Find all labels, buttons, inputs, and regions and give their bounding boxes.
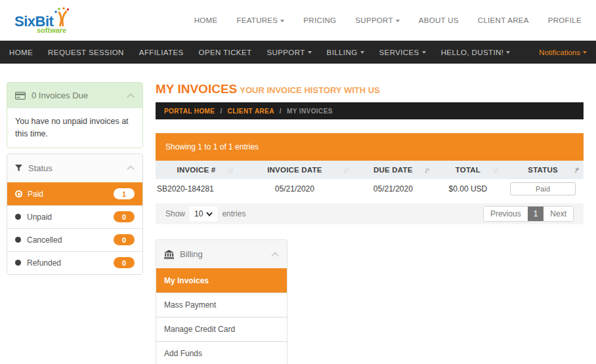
chevron-up-icon[interactable] [271, 252, 279, 257]
invoices-due-message: You have no unpaid invoices at this time… [7, 108, 142, 148]
caret-down-icon [506, 51, 510, 54]
page-size-select[interactable]: 10 [190, 207, 217, 221]
sort-icon[interactable]: ↓↑ [228, 166, 232, 174]
logo-figure-icon [54, 7, 70, 29]
top-nav-support[interactable]: SUPPORT [355, 16, 399, 24]
breadcrumb: PORTAL HOME / CLIENT AREA / MY INVOICES [156, 102, 584, 119]
status-filter-cancelled[interactable]: Cancelled 0 [7, 228, 142, 251]
dot-icon [15, 260, 21, 266]
top-nav-home[interactable]: HOME [194, 16, 218, 24]
breadcrumb-portal-home[interactable]: PORTAL HOME [164, 108, 215, 115]
entries-label: entries [222, 209, 245, 218]
top-nav-features[interactable]: FEATURES [236, 16, 284, 24]
main-content: MY INVOICESYOUR INVOICE HISTORY WITH US … [156, 82, 584, 364]
billing-menu-panel: Billing My Invoices Mass Payment Manage … [156, 239, 287, 364]
breadcrumb-client-area[interactable]: CLIENT AREA [228, 108, 274, 115]
top-nav-pricing[interactable]: PRICING [303, 16, 336, 24]
billing-menu-header[interactable]: Billing [156, 240, 287, 268]
sort-icon[interactable]: ↓↑ [493, 166, 498, 174]
credit-card-icon [15, 92, 26, 100]
sort-amount-icon[interactable]: ↓≡ [424, 166, 429, 174]
next-page-button[interactable]: Next [543, 207, 573, 221]
secondary-nav: HOME REQUEST SESSION AFFILIATES OPEN TIC… [0, 41, 596, 64]
status-label: Paid [28, 190, 43, 199]
invoices-table-header: INVOICE # ↓↑ INVOICE DATE ↓↑ DUE DATE ↓≡… [156, 161, 584, 179]
column-header-total[interactable]: TOTAL ↓↑ [434, 161, 502, 179]
cell-due-date: 05/21/2020 [352, 184, 434, 193]
invoices-table: INVOICE # ↓↑ INVOICE DATE ↓↑ DUE DATE ↓≡… [156, 161, 584, 199]
pagination-bar: Show 10 entries Previous 1 Next [156, 203, 584, 224]
status-filter-refunded[interactable]: Refunded 0 [7, 251, 142, 274]
status-count-badge: 0 [114, 257, 135, 268]
nav-open-ticket[interactable]: OPEN TICKET [199, 49, 252, 56]
nav-user-menu[interactable]: HELLO, DUSTIN! [441, 49, 511, 56]
cell-invoice-number: SB2020-184281 [156, 184, 237, 193]
billing-menu-title: Billing [180, 249, 203, 259]
dot-icon [15, 214, 21, 220]
billing-menu-my-invoices[interactable]: My Invoices [156, 268, 287, 293]
current-page-button[interactable]: 1 [528, 207, 544, 221]
paid-status-button[interactable]: Paid [510, 182, 576, 195]
caret-down-icon [583, 51, 587, 54]
nav-support[interactable]: SUPPORT [266, 49, 311, 56]
status-label: Cancelled [27, 235, 62, 245]
sidebar: 0 Invoices Due You have no unpaid invoic… [7, 82, 143, 364]
breadcrumb-current: MY INVOICES [287, 108, 333, 115]
table-row[interactable]: SB2020-184281 05/21/2020 05/21/2020 $0.0… [156, 179, 584, 199]
status-filter-header[interactable]: Status [7, 154, 142, 182]
column-header-invoice-date[interactable]: INVOICE DATE ↓↑ [237, 161, 352, 179]
status-label: Refunded [27, 258, 61, 268]
cell-invoice-date: 05/21/2020 [237, 184, 352, 193]
dot-icon [15, 237, 21, 243]
cell-status: Paid [502, 182, 584, 195]
top-nav-about-us[interactable]: ABOUT US [419, 16, 459, 24]
column-header-invoice-number[interactable]: INVOICE # ↓↑ [156, 161, 237, 179]
status-filter-panel: Status Paid 1 Unpaid 0 Cancelled 0 [7, 153, 143, 275]
caret-down-icon [422, 51, 426, 54]
chevron-up-icon[interactable] [127, 93, 135, 98]
nav-affiliates[interactable]: AFFILIATES [139, 49, 184, 56]
caret-down-icon [308, 51, 312, 54]
breadcrumb-separator: / [280, 108, 282, 115]
nav-request-session[interactable]: REQUEST SESSION [48, 49, 124, 56]
invoices-due-header[interactable]: 0 Invoices Due [7, 83, 142, 108]
chevron-down-icon [206, 212, 213, 216]
page-title: MY INVOICESYOUR INVOICE HISTORY WITH US [156, 82, 584, 96]
logo-tagline: software [37, 27, 70, 34]
billing-menu-manage-credit-card[interactable]: Manage Credit Card [156, 317, 287, 341]
nav-billing[interactable]: BILLING [327, 49, 364, 56]
page-size-value: 10 [194, 209, 203, 218]
status-count-badge: 0 [114, 234, 135, 245]
previous-page-button[interactable]: Previous [484, 207, 528, 221]
status-filter-paid[interactable]: Paid 1 [7, 182, 142, 205]
page-size-group: Show 10 entries [165, 207, 245, 221]
nav-home[interactable]: HOME [9, 49, 33, 56]
sort-alpha-icon[interactable]: ↓F [574, 166, 579, 174]
nav-services[interactable]: SERVICES [379, 49, 426, 56]
billing-menu-add-funds[interactable]: Add Funds [156, 341, 287, 364]
top-nav-profile[interactable]: PROFILE [548, 16, 582, 24]
showing-entries-text: Showing 1 to 1 of 1 entries [165, 142, 259, 152]
top-nav-client-area[interactable]: CLIENT AREA [478, 16, 529, 24]
status-filter-unpaid[interactable]: Unpaid 0 [7, 205, 142, 228]
column-header-status[interactable]: STATUS ↓F [502, 161, 584, 179]
logo[interactable]: SixBit software [14, 7, 70, 34]
notifications-menu[interactable]: Notifications [539, 49, 587, 56]
caret-down-icon [360, 51, 364, 54]
invoices-due-title: 0 Invoices Due [32, 91, 88, 100]
status-count-badge: 0 [114, 211, 135, 222]
billing-menu-mass-payment[interactable]: Mass Payment [156, 293, 287, 317]
pager: Previous 1 Next [483, 206, 574, 222]
showing-entries-bar: Showing 1 to 1 of 1 entries [156, 133, 584, 161]
invoices-due-panel: 0 Invoices Due You have no unpaid invoic… [7, 82, 143, 148]
bank-icon [164, 250, 174, 259]
page-subtitle: YOUR INVOICE HISTORY WITH US [240, 85, 380, 95]
filter-icon [15, 165, 22, 172]
caret-down-icon [396, 20, 400, 22]
sort-icon[interactable]: ↓↑ [343, 166, 348, 174]
dot-circle-icon [15, 190, 22, 197]
column-header-due-date[interactable]: DUE DATE ↓≡ [352, 161, 434, 179]
cell-total: $0.00 USD [434, 184, 502, 193]
chevron-up-icon[interactable] [127, 165, 135, 171]
caret-down-icon [280, 20, 284, 22]
